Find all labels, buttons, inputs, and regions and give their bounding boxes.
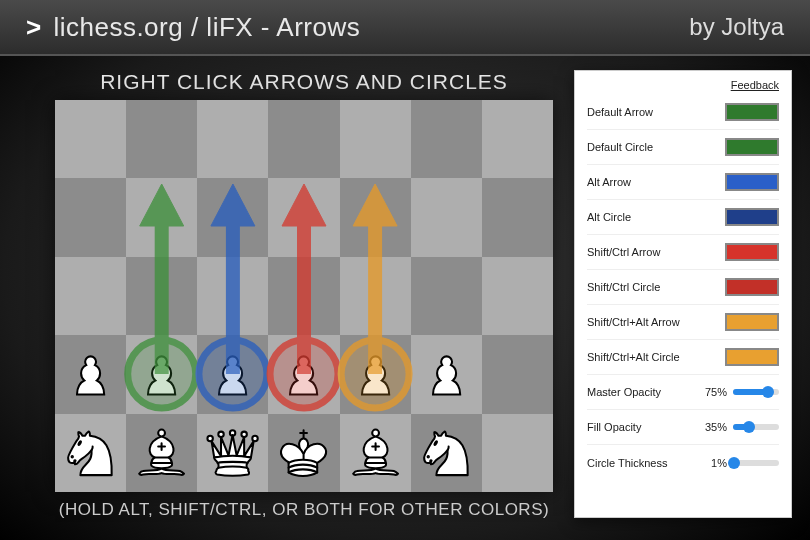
board-rank bbox=[55, 257, 553, 335]
square[interactable] bbox=[411, 100, 482, 178]
setting-label: Shift/Ctrl Arrow bbox=[587, 246, 725, 258]
setting-label: Shift/Ctrl+Alt Arrow bbox=[587, 316, 725, 328]
square[interactable] bbox=[268, 100, 339, 178]
square[interactable] bbox=[482, 257, 553, 335]
slider-value: 1% bbox=[701, 457, 727, 469]
chessboard[interactable] bbox=[55, 100, 553, 492]
square[interactable] bbox=[126, 257, 197, 335]
setting-row: Default Circle bbox=[587, 130, 779, 165]
setting-row: Default Arrow bbox=[587, 95, 779, 130]
slider-track[interactable] bbox=[733, 424, 779, 430]
square[interactable] bbox=[197, 178, 268, 256]
setting-label: Default Circle bbox=[587, 141, 725, 153]
setting-label: Alt Arrow bbox=[587, 176, 725, 188]
color-swatch[interactable] bbox=[725, 243, 779, 261]
square[interactable] bbox=[55, 178, 126, 256]
square[interactable] bbox=[197, 414, 268, 492]
setting-row: Alt Circle bbox=[587, 200, 779, 235]
board-rank bbox=[55, 100, 553, 178]
board-rank bbox=[55, 178, 553, 256]
setting-label: Alt Circle bbox=[587, 211, 725, 223]
setting-row: Master Opacity75% bbox=[587, 375, 779, 410]
knight-icon bbox=[416, 419, 477, 486]
caption-bottom: (HOLD ALT, SHIFT/CTRL, OR BOTH FOR OTHER… bbox=[55, 500, 553, 520]
feedback-link[interactable]: Feedback bbox=[587, 79, 779, 91]
square[interactable] bbox=[55, 414, 126, 492]
square[interactable] bbox=[197, 335, 268, 413]
slider-value: 35% bbox=[701, 421, 727, 433]
color-swatch[interactable] bbox=[725, 313, 779, 331]
pawn-icon bbox=[202, 341, 263, 408]
color-swatch[interactable] bbox=[725, 208, 779, 226]
square[interactable] bbox=[268, 257, 339, 335]
square[interactable] bbox=[411, 335, 482, 413]
king-icon bbox=[273, 419, 334, 486]
setting-row: Shift/Ctrl Arrow bbox=[587, 235, 779, 270]
square[interactable] bbox=[55, 257, 126, 335]
setting-label: Circle Thickness bbox=[587, 457, 701, 469]
knight-icon bbox=[60, 419, 121, 486]
color-swatch[interactable] bbox=[725, 138, 779, 156]
square[interactable] bbox=[411, 414, 482, 492]
square[interactable] bbox=[197, 257, 268, 335]
setting-row: Shift/Ctrl+Alt Arrow bbox=[587, 305, 779, 340]
color-swatch[interactable] bbox=[725, 103, 779, 121]
pawn-icon bbox=[131, 341, 192, 408]
slider-track[interactable] bbox=[733, 389, 779, 395]
pawn-icon bbox=[345, 341, 406, 408]
square[interactable] bbox=[55, 335, 126, 413]
square[interactable] bbox=[126, 414, 197, 492]
setting-row: Shift/Ctrl Circle bbox=[587, 270, 779, 305]
title-caret: > bbox=[26, 12, 42, 42]
setting-row: Circle Thickness1% bbox=[587, 445, 779, 480]
square[interactable] bbox=[340, 257, 411, 335]
caption-top: RIGHT CLICK ARROWS AND CIRCLES bbox=[55, 70, 553, 94]
header-bar: > lichess.org / liFX - Arrows by Joltya bbox=[0, 0, 810, 56]
square[interactable] bbox=[482, 414, 553, 492]
slider-control: 35% bbox=[701, 421, 779, 433]
setting-label: Default Arrow bbox=[587, 106, 725, 118]
square[interactable] bbox=[126, 100, 197, 178]
square[interactable] bbox=[268, 414, 339, 492]
pawn-icon bbox=[416, 341, 477, 408]
square[interactable] bbox=[411, 257, 482, 335]
square[interactable] bbox=[268, 335, 339, 413]
square[interactable] bbox=[482, 335, 553, 413]
square[interactable] bbox=[340, 178, 411, 256]
square[interactable] bbox=[126, 178, 197, 256]
app-title: > lichess.org / liFX - Arrows bbox=[26, 12, 360, 43]
board-rank bbox=[55, 414, 553, 492]
slider-track[interactable] bbox=[733, 460, 779, 466]
setting-row: Fill Opacity35% bbox=[587, 410, 779, 445]
square[interactable] bbox=[55, 100, 126, 178]
setting-label: Master Opacity bbox=[587, 386, 701, 398]
slider-control: 75% bbox=[701, 386, 779, 398]
slider-value: 75% bbox=[701, 386, 727, 398]
color-swatch[interactable] bbox=[725, 278, 779, 296]
square[interactable] bbox=[482, 178, 553, 256]
setting-label: Shift/Ctrl Circle bbox=[587, 281, 725, 293]
setting-label: Fill Opacity bbox=[587, 421, 701, 433]
square[interactable] bbox=[340, 414, 411, 492]
board-rank bbox=[55, 335, 553, 413]
setting-row: Shift/Ctrl+Alt Circle bbox=[587, 340, 779, 375]
square[interactable] bbox=[126, 335, 197, 413]
color-swatch[interactable] bbox=[725, 173, 779, 191]
slider-control: 1% bbox=[701, 457, 779, 469]
setting-row: Alt Arrow bbox=[587, 165, 779, 200]
setting-label: Shift/Ctrl+Alt Circle bbox=[587, 351, 725, 363]
square[interactable] bbox=[340, 100, 411, 178]
square[interactable] bbox=[268, 178, 339, 256]
author-text: by Joltya bbox=[689, 13, 784, 41]
bishop-icon bbox=[131, 419, 192, 486]
square[interactable] bbox=[340, 335, 411, 413]
bishop-icon bbox=[345, 419, 406, 486]
square[interactable] bbox=[197, 100, 268, 178]
title-text: lichess.org / liFX - Arrows bbox=[53, 12, 360, 42]
queen-icon bbox=[202, 419, 263, 486]
pawn-icon bbox=[273, 341, 334, 408]
color-swatch[interactable] bbox=[725, 348, 779, 366]
square[interactable] bbox=[411, 178, 482, 256]
square[interactable] bbox=[482, 100, 553, 178]
pawn-icon bbox=[60, 341, 121, 408]
